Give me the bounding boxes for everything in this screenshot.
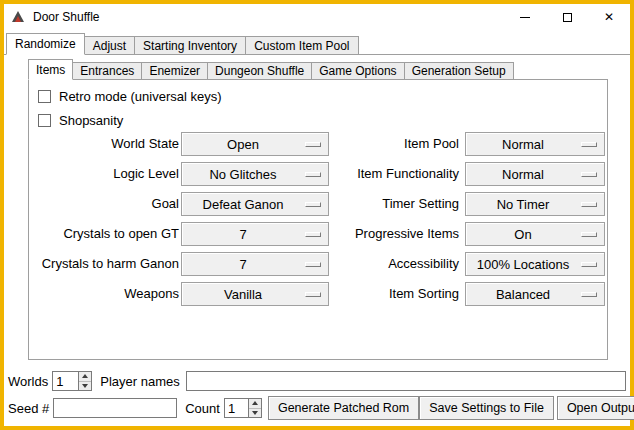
tab-generation-setup[interactable]: Generation Setup bbox=[404, 62, 514, 80]
seed-label: Seed # bbox=[8, 401, 49, 416]
seed-row: Seed # Count Generate Patched Rom Save S… bbox=[8, 396, 626, 420]
tab-starting-inventory[interactable]: Starting Inventory bbox=[134, 36, 246, 55]
minimize-button[interactable] bbox=[504, 4, 546, 30]
spinner-arrows bbox=[78, 372, 91, 390]
retro-mode-row: Retro mode (universal keys) bbox=[38, 86, 222, 106]
dropdown-indicator-icon bbox=[305, 262, 321, 267]
close-icon: ✕ bbox=[604, 11, 614, 23]
window-controls: ✕ bbox=[504, 4, 630, 30]
item-pool-label: Item Pool bbox=[327, 132, 459, 156]
tab-game-options[interactable]: Game Options bbox=[311, 62, 404, 80]
close-button[interactable]: ✕ bbox=[588, 4, 630, 30]
tab-randomize[interactable]: Randomize bbox=[6, 33, 85, 55]
tab-items[interactable]: Items bbox=[28, 59, 73, 80]
weapons-dropdown[interactable]: Vanilla bbox=[181, 282, 329, 306]
items-panel: Retro mode (universal keys) Shopsanity W… bbox=[28, 79, 608, 360]
item-sorting-dropdown[interactable]: Balanced bbox=[465, 282, 605, 306]
shopsanity-row: Shopsanity bbox=[38, 110, 123, 130]
window: Door Shuffle ✕ Randomize Adjust Starting… bbox=[0, 0, 634, 430]
crystals-harm-ganon-dropdown[interactable]: 7 bbox=[181, 252, 329, 276]
main-tabs: Randomize Adjust Starting Inventory Cust… bbox=[6, 33, 358, 55]
logic-level-dropdown[interactable]: No Glitches bbox=[181, 162, 329, 186]
progressive-items-dropdown[interactable]: On bbox=[465, 222, 605, 246]
item-functionality-dropdown[interactable]: Normal bbox=[465, 162, 605, 186]
world-state-label: World State bbox=[29, 132, 179, 156]
worlds-row: Worlds Player names bbox=[8, 370, 626, 392]
spin-down-icon bbox=[82, 384, 88, 388]
client-area: Randomize Adjust Starting Inventory Cust… bbox=[4, 30, 630, 426]
tab-entrances[interactable]: Entrances bbox=[72, 62, 142, 80]
minimize-icon bbox=[520, 17, 530, 18]
goal-dropdown[interactable]: Defeat Ganon bbox=[181, 192, 329, 216]
world-state-dropdown[interactable]: Open bbox=[181, 132, 329, 156]
retro-mode-checkbox[interactable] bbox=[38, 90, 51, 103]
count-spinbox[interactable] bbox=[224, 398, 262, 418]
spinner-arrows bbox=[248, 399, 261, 417]
accessibility-label: Accessibility bbox=[327, 252, 459, 276]
dropdown-indicator-icon bbox=[305, 172, 321, 177]
sub-tabs: Items Entrances Enemizer Dungeon Shuffle… bbox=[28, 59, 513, 80]
generate-rom-button[interactable]: Generate Patched Rom bbox=[268, 396, 419, 420]
dropdown-indicator-icon bbox=[305, 142, 321, 147]
count-label: Count bbox=[185, 401, 220, 416]
titlebar: Door Shuffle ✕ bbox=[4, 4, 630, 30]
count-input[interactable] bbox=[225, 399, 248, 417]
crystals-open-gt-label: Crystals to open GT bbox=[29, 222, 179, 246]
spin-up-icon bbox=[252, 401, 258, 405]
spin-up-icon bbox=[82, 374, 88, 378]
open-output-button[interactable]: Open Output Directory bbox=[557, 396, 634, 420]
spin-up-button[interactable] bbox=[79, 372, 91, 382]
spin-down-button[interactable] bbox=[79, 382, 91, 391]
window-title: Door Shuffle bbox=[33, 10, 100, 24]
worlds-label: Worlds bbox=[8, 374, 48, 389]
seed-input[interactable] bbox=[53, 398, 177, 418]
dropdown-indicator-icon bbox=[581, 262, 597, 267]
accessibility-dropdown[interactable]: 100% Locations bbox=[465, 252, 605, 276]
maximize-button[interactable] bbox=[546, 4, 588, 30]
spin-up-button[interactable] bbox=[249, 399, 261, 409]
player-names-label: Player names bbox=[100, 374, 179, 389]
retro-mode-label: Retro mode (universal keys) bbox=[59, 89, 222, 104]
crystals-harm-ganon-label: Crystals to harm Ganon bbox=[29, 252, 179, 276]
dropdown-indicator-icon bbox=[581, 142, 597, 147]
spin-down-icon bbox=[252, 411, 258, 415]
item-sorting-label: Item Sorting bbox=[327, 282, 459, 306]
dropdown-indicator-icon bbox=[305, 292, 321, 297]
dropdown-indicator-icon bbox=[305, 232, 321, 237]
timer-setting-dropdown[interactable]: No Timer bbox=[465, 192, 605, 216]
dropdown-indicator-icon bbox=[581, 292, 597, 297]
worlds-input[interactable] bbox=[53, 372, 78, 390]
app-icon bbox=[10, 9, 26, 25]
item-functionality-label: Item Functionality bbox=[327, 162, 459, 186]
tab-dungeon-shuffle[interactable]: Dungeon Shuffle bbox=[207, 62, 312, 80]
tab-adjust[interactable]: Adjust bbox=[84, 36, 135, 55]
progressive-items-label: Progressive Items bbox=[327, 222, 459, 246]
dropdown-indicator-icon bbox=[581, 232, 597, 237]
shopsanity-label: Shopsanity bbox=[59, 113, 123, 128]
item-pool-dropdown[interactable]: Normal bbox=[465, 132, 605, 156]
dropdown-indicator-icon bbox=[305, 202, 321, 207]
spin-down-button[interactable] bbox=[249, 409, 261, 418]
weapons-label: Weapons bbox=[29, 282, 179, 306]
shopsanity-checkbox[interactable] bbox=[38, 114, 51, 127]
goal-label: Goal bbox=[29, 192, 179, 216]
save-settings-button[interactable]: Save Settings to File bbox=[419, 396, 554, 420]
tab-enemizer[interactable]: Enemizer bbox=[141, 62, 208, 80]
logic-level-label: Logic Level bbox=[29, 162, 179, 186]
maximize-icon bbox=[563, 13, 572, 22]
dropdown-indicator-icon bbox=[581, 202, 597, 207]
tab-custom-item-pool[interactable]: Custom Item Pool bbox=[245, 36, 358, 55]
player-names-input[interactable] bbox=[186, 371, 626, 391]
crystals-open-gt-dropdown[interactable]: 7 bbox=[181, 222, 329, 246]
timer-setting-label: Timer Setting bbox=[327, 192, 459, 216]
dropdown-indicator-icon bbox=[581, 172, 597, 177]
worlds-spinbox[interactable] bbox=[52, 371, 92, 391]
